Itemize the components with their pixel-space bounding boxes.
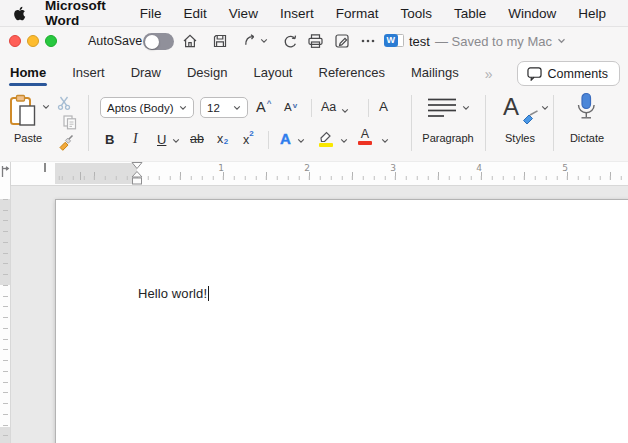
apple-menu-icon[interactable] <box>13 5 26 21</box>
dictate-label: Dictate <box>558 132 616 144</box>
paste-label: Paste <box>4 132 52 144</box>
vertical-ruler-ticks <box>3 199 8 443</box>
group-divider <box>88 95 89 151</box>
styles-brush-icon <box>522 110 539 125</box>
subscript-button[interactable]: x2 <box>217 132 228 146</box>
edit-document-icon[interactable] <box>333 32 351 50</box>
tab-insert[interactable]: Insert <box>72 59 105 88</box>
document-workspace: Hello world! <box>0 186 628 443</box>
toggle-knob <box>145 35 159 49</box>
copy-icon[interactable] <box>63 115 77 130</box>
title-bar: AutoSave W test — <box>0 27 628 58</box>
dictate-button[interactable] <box>576 92 596 122</box>
font-size-value: 12 <box>207 102 220 114</box>
save-icon[interactable] <box>211 32 229 50</box>
tab-mailings[interactable]: Mailings <box>411 59 459 88</box>
word-logo-letter: W <box>384 34 398 47</box>
highlight-color-button[interactable] <box>318 130 333 147</box>
clear-formatting-button[interactable]: A <box>379 99 388 114</box>
indent-marker[interactable] <box>131 162 143 185</box>
autosave-toggle[interactable] <box>143 33 174 50</box>
group-divider <box>553 95 554 151</box>
text-cursor <box>208 286 209 301</box>
tab-design[interactable]: Design <box>187 59 227 88</box>
title-chevron-down-icon <box>557 38 566 44</box>
menu-item-view[interactable]: View <box>229 6 258 21</box>
more-commands-icon[interactable] <box>359 32 377 50</box>
ruler-number: 2 <box>302 163 312 173</box>
grow-font-button[interactable]: A^ <box>256 99 271 115</box>
paste-chevron-icon[interactable] <box>42 104 50 110</box>
comments-button[interactable]: Comments <box>517 61 620 86</box>
undo-chevron-icon[interactable] <box>260 38 268 44</box>
text-effects-chevron-icon[interactable] <box>297 138 305 144</box>
home-icon[interactable] <box>181 32 199 50</box>
undo-icon[interactable] <box>240 32 258 50</box>
superscript-button[interactable]: x2 <box>243 129 254 147</box>
highlighter-pen-icon <box>318 130 333 142</box>
bold-button[interactable]: B <box>105 132 114 147</box>
font-color-button[interactable]: A <box>358 129 372 145</box>
ruler-number: 1 <box>216 163 226 173</box>
more-tabs-icon[interactable]: » <box>485 66 492 82</box>
ribbon-home: Paste Aptos (Body) 12 A^ Av Aa <box>0 89 628 162</box>
menu-item-edit[interactable]: Edit <box>184 6 207 21</box>
styles-button[interactable]: A <box>503 94 537 124</box>
word-document-icon: W <box>384 33 404 48</box>
font-size-select[interactable]: 12 <box>200 97 248 118</box>
font-color-chevron-icon[interactable] <box>381 138 389 144</box>
paragraph-alignment-icon[interactable] <box>427 98 457 119</box>
tab-home[interactable]: Home <box>10 59 46 88</box>
shrink-font-button[interactable]: Av <box>284 101 297 113</box>
app-menu-title[interactable]: Microsoft Word <box>45 0 119 28</box>
text-effects-button[interactable]: A <box>280 130 291 147</box>
vertical-ruler[interactable] <box>0 186 11 443</box>
microphone-icon <box>576 92 596 122</box>
cut-icon[interactable] <box>57 96 71 110</box>
document-text: Hello world! <box>138 286 207 301</box>
zoom-window-button[interactable] <box>45 35 57 47</box>
tab-layout[interactable]: Layout <box>253 59 292 88</box>
menu-item-insert[interactable]: Insert <box>280 6 314 21</box>
ruler-number: 3 <box>388 163 398 173</box>
minimize-window-button[interactable] <box>27 35 39 47</box>
menu-item-file[interactable]: File <box>140 6 162 21</box>
font-name-value: Aptos (Body) <box>107 102 173 114</box>
ribbon-tab-bar: Home Insert Draw Design Layout Reference… <box>0 58 628 89</box>
paste-button[interactable] <box>9 94 37 127</box>
styles-label: Styles <box>492 132 548 144</box>
document-page[interactable]: Hello world! <box>55 199 628 443</box>
italic-button[interactable]: I <box>133 131 138 147</box>
font-color-bar <box>358 141 372 145</box>
font-name-chevron-icon <box>179 105 187 111</box>
menu-item-tools[interactable]: Tools <box>400 6 432 21</box>
tab-stop-selector[interactable] <box>0 162 11 186</box>
menu-item-window[interactable]: Window <box>508 6 556 21</box>
format-painter-icon[interactable] <box>58 134 75 151</box>
document-text-line: Hello world! <box>138 286 209 301</box>
tab-draw[interactable]: Draw <box>131 59 161 88</box>
strikethrough-button[interactable]: ab <box>190 132 204 146</box>
small-divider <box>368 99 369 117</box>
paragraph-chevron-icon[interactable] <box>462 105 470 111</box>
underline-button[interactable]: U <box>157 132 166 147</box>
menu-item-help[interactable]: Help <box>578 6 606 21</box>
highlight-chevron-icon[interactable] <box>340 138 348 144</box>
menu-item-table[interactable]: Table <box>454 6 486 21</box>
group-divider <box>411 95 412 151</box>
group-divider <box>485 95 486 151</box>
redo-icon[interactable] <box>281 32 299 50</box>
horizontal-ruler[interactable]: 1 2 3 4 5 <box>0 162 628 186</box>
underline-chevron-icon[interactable] <box>172 138 180 144</box>
styles-chevron-icon[interactable] <box>541 105 549 111</box>
menu-item-format[interactable]: Format <box>336 6 379 21</box>
close-window-button[interactable] <box>9 35 21 47</box>
document-title[interactable]: test — Saved to my Mac <box>409 34 566 49</box>
print-icon[interactable] <box>306 32 324 50</box>
autosave-label: AutoSave <box>88 34 142 48</box>
change-case-button[interactable]: Aa <box>321 100 349 114</box>
shrink-font-caret: v <box>293 101 297 110</box>
menu-bar: Microsoft Word File Edit View Insert For… <box>0 0 628 27</box>
tab-references[interactable]: References <box>319 59 385 88</box>
font-name-select[interactable]: Aptos (Body) <box>100 97 194 118</box>
